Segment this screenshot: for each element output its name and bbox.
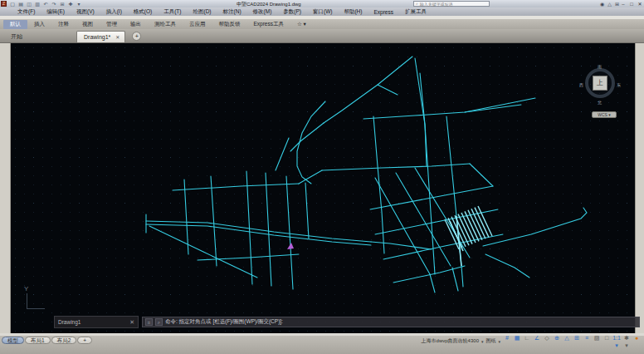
drawing-tab-active[interactable]: Drawing1* ✕ <box>76 31 125 42</box>
menu-item[interactable]: 视图(V) <box>71 8 100 16</box>
user-account-icon[interactable]: ◉ <box>600 1 604 7</box>
drawing-tab-bar: 开始 Drawing1* ✕ + <box>0 29 644 43</box>
menu-bar: 文件(F)编辑(E)视图(V)插入(I)格式(O)工具(T)绘图(D)标注(N)… <box>0 7 644 16</box>
redo-icon[interactable]: ↷ <box>51 1 57 7</box>
layout1-tab[interactable]: 布局1 <box>25 337 51 344</box>
wcs-dropdown[interactable]: WCS ▾ <box>592 111 617 118</box>
save-icon[interactable]: ◫ <box>26 1 32 7</box>
ortho-mode-icon[interactable]: ∟ <box>523 334 531 349</box>
new-layout-tab[interactable]: + <box>77 337 92 344</box>
command-window-close-icon[interactable]: ✕ <box>129 319 134 326</box>
object-snap-icon[interactable]: ⊕ <box>553 334 561 349</box>
ribbon-tab[interactable]: 云应用 <box>183 21 212 28</box>
open-file-icon[interactable]: ▤ <box>17 1 24 7</box>
titlebar-right-icons: ◉△⊞ <box>600 0 619 7</box>
ucs-icon: Y <box>19 285 52 315</box>
plot-preview-icon[interactable]: ⊞ <box>59 1 66 7</box>
grid-display-icon[interactable]: ▦ <box>513 334 521 349</box>
new-file-icon[interactable]: ▢ <box>9 1 16 7</box>
viewcube-south-label: 南 <box>598 64 602 69</box>
ribbon-tab[interactable]: 测绘工具 <box>148 21 183 28</box>
paper-space-caret-icon[interactable]: ▾ <box>498 339 500 344</box>
ribbon-tab[interactable]: 注释 <box>51 21 76 28</box>
viewcube[interactable]: 上 北 南 西 东 <box>578 63 622 106</box>
menu-item[interactable]: Express <box>368 9 398 15</box>
isometric-drafting-icon[interactable]: ◇ <box>543 334 551 349</box>
ribbon-tab[interactable]: ☆ ▾ <box>290 21 313 27</box>
command-prompt-text[interactable]: 命令: 指定对角点或 [栏选(F)/圈围(WP)/圈交(CP)]: <box>165 318 283 326</box>
dynamic-input-icon[interactable]: ⊞ <box>573 334 581 349</box>
transparency-icon[interactable]: ▨ <box>593 334 601 349</box>
paper-space-toggle[interactable]: 图纸 <box>485 337 495 345</box>
menu-item[interactable]: 标注(N) <box>217 8 247 16</box>
app-window: Z ▢▤◫▥↶↷⊞✚▾ 中望CAD2024 Drawing1.dwg ⌕ 输入关… <box>0 0 644 354</box>
search-icon: ⌕ <box>416 1 418 7</box>
left-window-margin <box>0 43 11 333</box>
maximize-button[interactable]: □ <box>628 2 635 7</box>
command-search-icon[interactable]: ⌕ <box>155 318 163 326</box>
cloud-sync-icon[interactable]: △ <box>607 1 612 7</box>
menu-item[interactable]: 参数(P) <box>277 8 307 16</box>
ribbon-tab[interactable]: 插入 <box>27 21 51 28</box>
menu-item[interactable]: 工具(T) <box>158 8 187 16</box>
drawing-tab-label: Drawing1* <box>84 34 110 40</box>
app-logo-icon[interactable]: Z <box>1 1 7 7</box>
ribbon-tab[interactable]: 帮助反馈 <box>212 21 247 28</box>
command-line-bar[interactable]: ⌗ ⌕ 命令: 指定对角点或 [栏选(F)/圈围(WP)/圈交(CP)]: <box>142 317 640 327</box>
viewcube-top-face[interactable]: 上 <box>593 76 607 91</box>
menu-item[interactable]: 窗口(W) <box>307 8 338 16</box>
right-window-margin <box>635 43 644 333</box>
drawing-canvas[interactable]: 上 北 南 西 东 WCS ▾ Y Drawing1 ✕ ⌗ ⌕ 命令: 指 <box>11 43 635 333</box>
annotation-scale-icon[interactable]: 1:1 ▾ <box>612 334 621 349</box>
menu-item[interactable]: 格式(O) <box>128 8 158 16</box>
close-button[interactable]: ✕ <box>637 1 643 7</box>
workspace-switch-icon[interactable]: ✱ ▾ <box>622 334 631 349</box>
quick-access-toolbar: ▢▤◫▥↶↷⊞✚▾ <box>9 1 82 7</box>
command-tools-icon[interactable]: ⌗ <box>145 318 153 326</box>
road-network-drawing <box>11 43 635 333</box>
window-controls: –□✕ <box>620 0 643 7</box>
app-store-icon[interactable]: ⊞ <box>615 1 619 7</box>
object-snap-tracking-icon[interactable]: △ <box>563 334 571 349</box>
model-tab[interactable]: 模型 <box>2 337 24 344</box>
command-window-grip[interactable]: Drawing1 ✕ <box>54 316 139 328</box>
ribbon-tab[interactable]: 管理 <box>100 21 124 28</box>
close-tab-icon[interactable]: ✕ <box>115 34 120 40</box>
status-scale-caret-icon[interactable]: ▾ <box>481 339 484 344</box>
lineweight-icon[interactable]: ≡ <box>583 334 591 349</box>
ribbon-tab[interactable]: 视图 <box>76 21 100 28</box>
snap-mode-icon[interactable]: # <box>503 334 511 349</box>
menu-item[interactable]: 扩展工具 <box>399 8 432 16</box>
minimize-button[interactable]: – <box>620 2 627 7</box>
menu-item[interactable]: 插入(I) <box>100 8 128 16</box>
polar-tracking-icon[interactable]: ∠ <box>533 334 541 349</box>
menu-item[interactable]: 修改(M) <box>247 8 278 16</box>
menu-item[interactable]: 文件(F) <box>12 8 41 16</box>
command-window-title: Drawing1 <box>58 319 126 325</box>
undo-icon[interactable]: ↶ <box>42 1 49 7</box>
help-search-input[interactable]: ⌕ 输入关键字或短语 <box>413 1 490 7</box>
new-drawing-button[interactable]: + <box>132 32 141 41</box>
ribbon-tab[interactable]: 输出 <box>124 21 148 28</box>
print-icon[interactable]: ▥ <box>34 1 41 7</box>
start-tab[interactable]: 开始 <box>3 31 30 42</box>
layout2-tab[interactable]: 布局2 <box>51 337 77 344</box>
ribbon-tab[interactable]: Express工具 <box>247 21 290 28</box>
menu-item[interactable]: 帮助(H) <box>338 8 368 16</box>
canvas-row: 上 北 南 西 东 WCS ▾ Y Drawing1 ✕ ⌗ ⌕ 命令: 指 <box>0 43 644 333</box>
status-scale-text[interactable]: 上海市dwvp曲面齿轮4300 <box>422 337 479 345</box>
viewcube-east-label: 东 <box>617 82 621 87</box>
search-placeholder: 输入关键字或短语 <box>420 2 453 7</box>
selection-cycling-icon[interactable]: □ <box>603 334 611 349</box>
qat-dropdown-icon[interactable]: ▾ <box>76 1 82 7</box>
viewcube-west-label: 西 <box>579 82 583 87</box>
menu-item[interactable]: 编辑(E) <box>41 8 71 16</box>
layout-tabs: 模型布局1布局2+ <box>2 337 92 344</box>
ribbon-tab[interactable]: 默认 <box>3 20 27 29</box>
status-toggle-icons: #▦∟∠◇⊕△⊞≡▨□1:1 ▾✱ ▾● <box>503 334 641 349</box>
menu-item[interactable]: 绘图(D) <box>188 8 217 16</box>
ucs-y-label: Y <box>24 285 28 293</box>
workspace-icon[interactable]: ✚ <box>67 1 74 7</box>
status-bar: 模型布局1布局2+ 上海市dwvp曲面齿轮4300 ▾ 图纸 ▾ #▦∟∠◇⊕△… <box>0 336 644 354</box>
isolate-objects-icon[interactable]: ● <box>632 334 641 349</box>
